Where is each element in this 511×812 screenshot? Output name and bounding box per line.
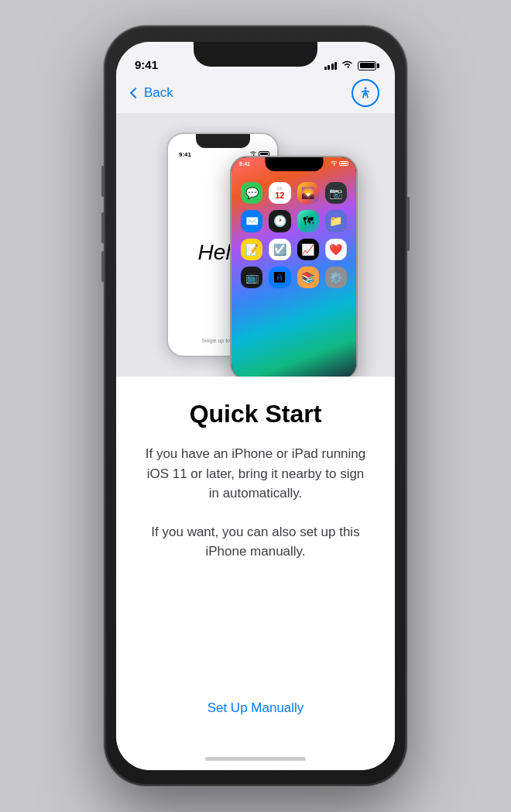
description-2: If you want, you can also set up this iP… xyxy=(141,522,370,562)
calendar-day: 12 xyxy=(275,191,284,200)
app-stocks-icon: 📈 xyxy=(297,239,319,260)
app-maps-icon: 🗺 xyxy=(297,210,319,232)
phone-screen: 9:41 xyxy=(116,42,395,770)
accessibility-button[interactable] xyxy=(352,79,379,107)
phone-home-wallpaper: 9:41 💬 JUL 12 🌄 📷 xyxy=(231,157,356,377)
home-indicator xyxy=(116,747,395,770)
app-health-icon: ❤️ xyxy=(325,239,347,260)
home-notch xyxy=(265,157,323,171)
status-icons xyxy=(324,60,377,71)
signal-bars-icon xyxy=(324,62,338,70)
accessibility-icon xyxy=(358,86,372,100)
app-books-icon: 📚 xyxy=(297,267,319,288)
back-chevron-icon xyxy=(130,88,141,98)
app-settings-icon: ⚙️ xyxy=(325,267,347,288)
app-tv-icon: 📺 xyxy=(241,267,262,288)
app-notes-icon: 📝 xyxy=(241,239,262,260)
hero-image-section: 9:41 Hello Swipe up to open 9:41 xyxy=(116,113,395,377)
app-appstore-icon: 🅰 xyxy=(269,267,290,288)
battery-icon xyxy=(358,61,376,71)
hello-time: 9:41 xyxy=(179,151,191,158)
app-files-icon: 📁 xyxy=(325,210,347,232)
description-1: If you have an iPhone or iPad running iO… xyxy=(141,444,370,504)
back-button[interactable]: Back xyxy=(132,85,173,101)
home-status-icons xyxy=(330,160,348,167)
app-mail-icon: ✉️ xyxy=(241,210,262,232)
wifi-icon xyxy=(341,60,353,71)
home-bar xyxy=(205,757,306,761)
svg-point-0 xyxy=(365,88,367,90)
setup-manually-button[interactable]: Set Up Manually xyxy=(192,693,320,724)
back-label: Back xyxy=(144,85,173,101)
app-grid: 💬 JUL 12 🌄 📷 ✉️ 🕐 🗺 📁 📝 ☑️ 📈 xyxy=(238,179,350,291)
hello-notch xyxy=(196,134,250,148)
notch xyxy=(194,42,317,67)
app-reminders-icon: ☑️ xyxy=(269,239,290,260)
app-clock-icon: 🕐 xyxy=(269,210,290,232)
status-time: 9:41 xyxy=(135,58,166,71)
nav-bar: Back xyxy=(116,76,395,113)
app-photos-icon: 🌄 xyxy=(297,182,319,204)
app-messages-icon: 💬 xyxy=(241,182,262,204)
content-section: Quick Start If you have an iPhone or iPa… xyxy=(116,377,395,747)
app-camera-icon: 📷 xyxy=(325,182,347,204)
app-calendar-icon: JUL 12 xyxy=(269,182,290,204)
phone-frame: 9:41 xyxy=(105,26,406,786)
home-time: 9:41 xyxy=(239,161,250,167)
phone-home: 9:41 💬 JUL 12 🌄 📷 xyxy=(230,156,358,377)
page-title: Quick Start xyxy=(190,400,322,428)
